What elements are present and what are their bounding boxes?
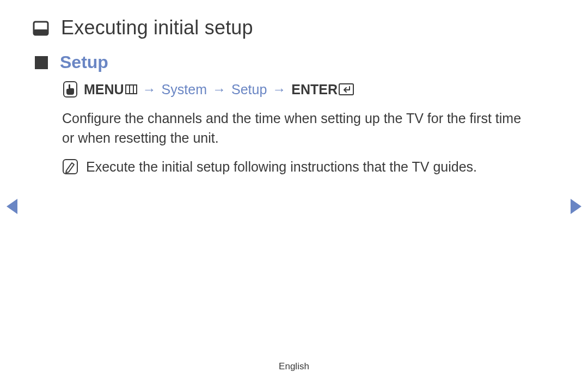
path-system: System: [162, 82, 207, 97]
manual-page: Executing initial setup Setup MENU → Sys…: [0, 0, 588, 384]
square-bullet-icon: [35, 56, 48, 69]
menu-glyph-icon: [125, 84, 137, 94]
note-text: Execute the initial setup following inst…: [86, 157, 477, 176]
path-setup: Setup: [231, 82, 267, 97]
arrow-icon: →: [143, 82, 156, 97]
next-page-button[interactable]: [571, 199, 581, 214]
footer-language: English: [0, 361, 588, 372]
menu-text: MENU: [84, 82, 124, 97]
menu-path: MENU → System → Setup → ENTER: [33, 80, 555, 99]
page-title-row: Executing initial setup: [33, 16, 555, 39]
note-icon: [62, 159, 78, 175]
enter-text: ENTER: [291, 82, 338, 97]
section-title: Setup: [60, 52, 108, 72]
arrow-icon: →: [272, 82, 286, 97]
svg-rect-1: [34, 29, 48, 35]
svg-rect-7: [63, 160, 77, 174]
note-row: Execute the initial setup following inst…: [33, 157, 555, 176]
remote-hand-icon: [62, 80, 78, 99]
description-paragraph: Configure the channels and the time when…: [33, 108, 555, 148]
prev-page-button[interactable]: [7, 199, 17, 214]
arrow-icon: →: [212, 82, 226, 97]
chapter-icon: [33, 20, 49, 36]
svg-rect-3: [126, 85, 137, 94]
enter-button-label: ENTER: [291, 82, 354, 97]
page-title: Executing initial setup: [61, 16, 253, 39]
enter-glyph-icon: [339, 83, 354, 95]
section-title-row: Setup: [33, 52, 555, 72]
menu-button-label: MENU: [84, 82, 137, 97]
